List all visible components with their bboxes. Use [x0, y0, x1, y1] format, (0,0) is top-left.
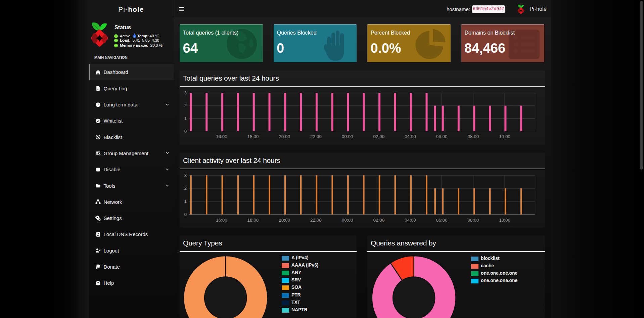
svg-text:02:00: 02:00 [373, 217, 384, 222]
svg-text:18:00: 18:00 [247, 217, 259, 222]
svg-text:16:00: 16:00 [216, 134, 227, 139]
svg-text:?: ? [97, 281, 99, 285]
svg-text:04:00: 04:00 [405, 134, 416, 139]
svg-text:2: 2 [184, 103, 187, 108]
svg-text:0: 0 [184, 212, 187, 217]
svg-text:1: 1 [184, 116, 187, 121]
svg-text:02:00: 02:00 [373, 134, 384, 139]
svg-text:08:00: 08:00 [468, 134, 479, 139]
svg-text:2: 2 [184, 186, 187, 191]
svg-text:04:00: 04:00 [405, 217, 416, 222]
svg-text:20:00: 20:00 [279, 134, 290, 139]
svg-text:06:00: 06:00 [436, 134, 448, 139]
svg-text:00:00: 00:00 [342, 217, 353, 222]
svg-text:06:00: 06:00 [436, 217, 448, 222]
svg-text:0: 0 [184, 129, 187, 134]
svg-text:18:00: 18:00 [247, 134, 259, 139]
svg-text:3: 3 [184, 91, 187, 96]
svg-text:1: 1 [184, 199, 187, 204]
svg-text:00:00: 00:00 [342, 134, 353, 139]
svg-text:10:00: 10:00 [499, 134, 510, 139]
svg-text:22:00: 22:00 [310, 134, 322, 139]
svg-text:22:00: 22:00 [310, 217, 322, 222]
svg-text:20:00: 20:00 [279, 217, 290, 222]
svg-text:3: 3 [184, 173, 187, 178]
svg-text:10:00: 10:00 [499, 217, 510, 222]
svg-text:08:00: 08:00 [468, 217, 479, 222]
svg-text:16:00: 16:00 [216, 217, 227, 222]
